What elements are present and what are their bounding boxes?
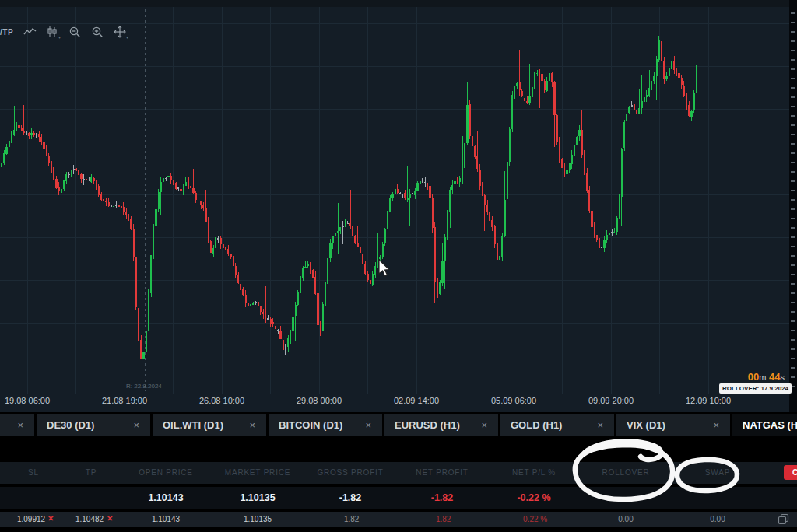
tab-close-icon[interactable]: ×: [124, 419, 139, 431]
countdown-minutes: 00: [748, 371, 759, 383]
tab-vix[interactable]: VIX (D1)×: [616, 414, 730, 436]
move-crosshair-icon[interactable]: ▾: [112, 24, 128, 40]
line-chart-icon[interactable]: [22, 24, 37, 40]
chart-panel[interactable]: /TP ▾: [0, 0, 797, 412]
time-axis[interactable]: 19.08 06:0021.08 19:0026.08 10:0029.08 0…: [0, 394, 789, 412]
column-header-sl: SL: [28, 468, 39, 477]
open-price-value: 1.10143: [148, 492, 183, 503]
tab-close-icon[interactable]: ×: [8, 419, 23, 431]
price-axis-tick: [791, 302, 795, 303]
countdown-seconds: 44: [769, 371, 780, 383]
gross-profit-value: -1.82: [342, 515, 360, 523]
price-axis-tick: [791, 22, 795, 23]
tab-close-icon[interactable]: ×: [588, 419, 603, 431]
net-profit-value: -1.82: [431, 492, 454, 503]
tab-label: BITCOIN (D1): [279, 419, 342, 431]
market-price-value: 1.10135: [244, 515, 272, 523]
price-axis-strip[interactable]: [789, 0, 797, 412]
price-axis-tick: [791, 96, 795, 98]
price-axis-tick: [791, 190, 795, 191]
position-detail-row[interactable]: 1.09912 ✕ 1.10482 ✕ 1.10143 1.10135 -1.8…: [0, 512, 797, 527]
countdown-sec-unit: s: [781, 373, 785, 382]
copy-icon[interactable]: [778, 513, 789, 525]
zoom-out-icon[interactable]: [67, 24, 83, 40]
rollover-value: 0.00: [618, 515, 633, 523]
time-axis-tick: 19.08 06:00: [5, 396, 50, 405]
candle-countdown: 00m 44s: [748, 371, 785, 383]
countdown-min-unit: m: [759, 373, 766, 382]
tab-label: GOLD (H1): [511, 419, 562, 431]
candlestick-chart[interactable]: [0, 0, 789, 394]
sltp-toggle-label[interactable]: /TP: [0, 28, 15, 37]
price-axis-tick: [791, 255, 795, 257]
price-axis-tick: [791, 124, 795, 126]
chart-top-strip: [0, 0, 797, 7]
price-axis-tick: [791, 143, 795, 145]
zoom-in-icon[interactable]: [90, 24, 105, 40]
price-axis-tick: [791, 376, 795, 378]
tab-close-icon[interactable]: ×: [356, 419, 371, 431]
chart-toolbar: /TP ▾: [0, 23, 128, 40]
price-axis-tick: [791, 358, 795, 359]
price-axis-tick: [791, 180, 795, 182]
rollover-tooltip: ROLLOVER: 17.9.2024: [719, 383, 792, 394]
market-price-value: 1.10135: [240, 492, 275, 503]
column-header-net-profit: NET PROFIT: [416, 468, 468, 477]
tab-gold[interactable]: GOLD (H1)×: [500, 414, 614, 436]
price-axis-tick: [791, 31, 795, 33]
price-axis-tick: [791, 320, 795, 322]
remove-sl-icon[interactable]: ✕: [47, 514, 54, 523]
caret-down-icon: ▾: [58, 34, 61, 40]
tab-partial[interactable]: ×: [0, 414, 34, 436]
price-axis-tick: [791, 115, 795, 117]
caret-down-icon: ▾: [126, 34, 128, 40]
price-axis-tick: [791, 106, 795, 107]
time-axis-tick: 12.09 10:00: [686, 396, 731, 405]
column-header-open-price: OPEN PRICE: [139, 468, 193, 477]
tab-label: OIL.WTI (D1): [163, 419, 223, 431]
price-axis-tick: [791, 348, 795, 350]
price-axis-tick: [791, 162, 795, 163]
time-axis-tick: 05.09 06:00: [491, 396, 536, 405]
candlestick-chart-icon[interactable]: ▾: [44, 24, 60, 40]
price-axis-tick: [791, 68, 795, 70]
price-axis-tick: [791, 208, 795, 210]
price-axis-tick: [791, 339, 795, 341]
position-main-row[interactable]: 1.10143 1.10135 -1.82 -1.82 -0.22 %: [0, 487, 797, 509]
net-pl-pct-value: -0.22 %: [521, 515, 547, 523]
price-axis-tick: [791, 59, 795, 61]
price-axis-tick: [791, 236, 795, 238]
net-pl-pct-value: -0.22 %: [517, 492, 550, 503]
price-axis-tick: [791, 87, 795, 89]
price-axis-tick: [791, 134, 795, 135]
tab-eurusd[interactable]: EURUSD (H1)×: [384, 414, 498, 436]
tab-natgas[interactable]: NATGAS (H1): [732, 414, 797, 436]
price-axis-tick: [791, 152, 795, 154]
net-profit-value: -1.82: [434, 515, 451, 523]
time-axis-tick: 26.08 10:00: [199, 396, 244, 405]
tab-label: VIX (D1): [627, 419, 665, 431]
price-axis-tick: [791, 78, 795, 79]
price-axis-tick: [791, 311, 795, 313]
tab-close-icon[interactable]: ×: [240, 419, 255, 431]
price-axis-tick: [791, 283, 795, 285]
instrument-tab-bar: ×DE30 (D1)×OIL.WTI (D1)×BITCOIN (D1)×EUR…: [0, 412, 797, 438]
remove-tp-icon[interactable]: ✕: [107, 514, 113, 523]
price-axis-tick: [791, 40, 795, 42]
tab-close-icon[interactable]: ×: [704, 419, 719, 431]
price-axis-tick: [791, 292, 795, 294]
column-header-rollover: ROLLOVER: [602, 468, 650, 477]
close-position-button[interactable]: CLOSE: [784, 465, 797, 480]
tab-oil.wti[interactable]: OIL.WTI (D1)×: [153, 414, 266, 436]
tab-bitcoin[interactable]: BITCOIN (D1)×: [269, 414, 382, 436]
price-axis-tick: [791, 246, 795, 247]
tab-de30[interactable]: DE30 (D1)×: [37, 414, 150, 436]
tab-close-icon[interactable]: ×: [472, 419, 487, 431]
time-axis-tick: 21.08 19:00: [102, 396, 147, 405]
price-axis-tick: [791, 367, 795, 369]
positions-panel: SLTPOPEN PRICEMARKET PRICEGROSS PROFITNE…: [0, 438, 797, 532]
price-axis-tick: [791, 199, 795, 201]
time-axis-tick: 02.09 14:00: [394, 396, 439, 405]
open-price-value: 1.10143: [152, 515, 180, 523]
sl-value: 1.09912: [17, 515, 45, 523]
